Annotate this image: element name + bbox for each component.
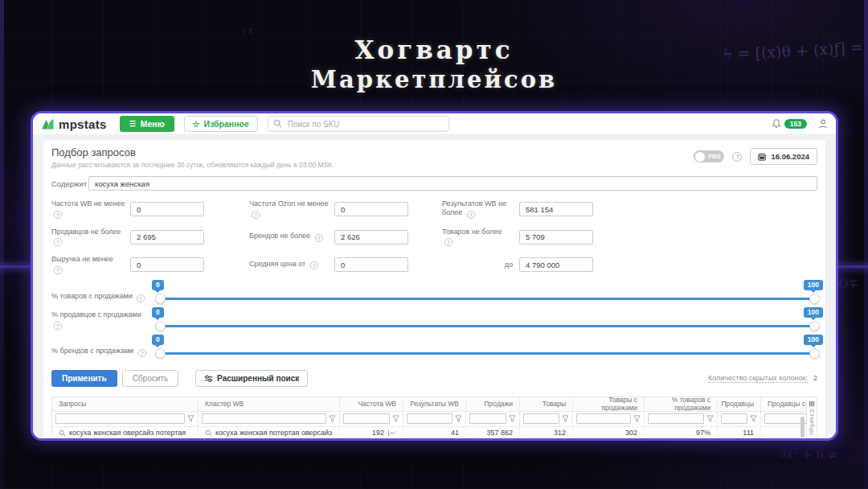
slider-handle-max[interactable] xyxy=(809,348,820,359)
date-picker[interactable]: 16.06.2024 xyxy=(750,148,817,165)
funnel-icon[interactable] xyxy=(455,415,462,422)
help-icon[interactable]: ? xyxy=(54,238,62,246)
table-data-row[interactable]: косуха женская оверсайз потертая косуха … xyxy=(52,426,817,439)
advanced-search-icon xyxy=(204,374,213,383)
filter-input-revenue-min[interactable] xyxy=(130,257,204,272)
query-cell[interactable]: косуха женская оверсайз потертая xyxy=(69,429,186,437)
column-filter-input[interactable] xyxy=(576,413,631,424)
column-header-cluster-wb[interactable]: Кластер WB xyxy=(199,397,340,411)
slider-track[interactable] xyxy=(158,352,817,355)
favorites-button[interactable]: ☆ Избранное xyxy=(184,116,258,132)
help-icon[interactable]: ? xyxy=(732,152,742,162)
column-header-pct-products-with-sales[interactable]: % товаров с продажами xyxy=(645,397,718,411)
slider-products-with-sales[interactable]: 0 100 xyxy=(158,280,817,307)
help-icon[interactable]: ? xyxy=(54,321,62,329)
page-subtitle: Данные рассчитываются за последние 30 су… xyxy=(51,161,333,169)
filter-label: Товаров не более ? xyxy=(442,228,519,248)
column-header-sellers[interactable]: Продавцы xyxy=(718,397,761,411)
slider-min-tooltip: 0 xyxy=(152,335,164,345)
funnel-icon[interactable] xyxy=(509,415,516,422)
favorites-button-label: Избранное xyxy=(204,119,249,129)
column-header-products[interactable]: Товары xyxy=(520,397,573,411)
filter-label: Частота WB не менее ? xyxy=(51,199,130,220)
contains-label: Содержит xyxy=(51,179,88,188)
filter-input-freq-wb[interactable] xyxy=(130,202,204,216)
filter-input-sellers-max[interactable] xyxy=(130,230,204,244)
help-icon[interactable]: ? xyxy=(137,294,145,302)
column-header-queries[interactable]: Запросы xyxy=(52,397,199,411)
filter-label: Продавцов не более ? xyxy=(51,228,130,248)
column-filter-input[interactable] xyxy=(648,413,704,424)
fbs-toggle-knob xyxy=(695,152,705,162)
star-icon: ☆ xyxy=(193,120,200,129)
fbs-toggle[interactable]: FBS xyxy=(694,150,724,162)
slider-sellers-with-sales[interactable]: 0 100 xyxy=(158,307,817,335)
fbs-toggle-label: FBS xyxy=(708,153,720,160)
help-icon[interactable]: ? xyxy=(252,210,260,218)
hidden-columns[interactable]: Количество скрытых колонок:2 xyxy=(708,374,817,382)
filter-label: Выручка не менее ? xyxy=(51,255,130,275)
funnel-icon[interactable] xyxy=(329,415,336,422)
funnel-icon[interactable] xyxy=(706,415,714,422)
sparkline-icon[interactable] xyxy=(387,429,396,437)
table-scrollbar[interactable] xyxy=(800,417,805,438)
filter-input-brands-max[interactable] xyxy=(334,230,408,244)
help-icon[interactable]: ? xyxy=(310,261,318,269)
help-icon[interactable]: ? xyxy=(444,238,452,246)
funnel-icon[interactable] xyxy=(750,415,757,422)
column-header-products-with-sales[interactable]: Товары с продажами xyxy=(573,397,645,411)
menu-button[interactable]: ☰ Меню xyxy=(120,116,174,132)
filter-input-price-to[interactable] xyxy=(519,257,593,272)
columns-settings-tab[interactable]: Столбцы xyxy=(806,397,817,440)
slider-handle-max[interactable] xyxy=(809,294,820,304)
search-query-icon[interactable] xyxy=(205,429,212,437)
column-filter-input[interactable] xyxy=(721,413,747,424)
column-filter-input[interactable] xyxy=(469,413,506,424)
column-header-sales[interactable]: Продажи xyxy=(466,397,520,411)
hogwarts-title-line1: Хогвартс xyxy=(0,35,868,64)
columns-icon xyxy=(809,401,815,407)
slider-handle-min[interactable] xyxy=(155,321,166,331)
slider-track[interactable] xyxy=(158,298,817,300)
help-icon[interactable]: ? xyxy=(315,233,323,241)
user-profile-icon[interactable] xyxy=(817,118,829,129)
column-filter-input[interactable] xyxy=(55,413,185,424)
mpstats-logo[interactable]: mpstats xyxy=(41,117,107,131)
hidden-columns-label[interactable]: Количество скрытых колонок: xyxy=(708,374,808,383)
column-header-results-wb[interactable]: Результаты WB xyxy=(403,397,466,411)
reset-button[interactable]: Сбросить xyxy=(122,370,178,387)
column-filter-input[interactable] xyxy=(407,413,452,424)
column-filter-input[interactable] xyxy=(343,413,390,424)
funnel-icon[interactable] xyxy=(633,415,641,422)
help-icon[interactable]: ? xyxy=(54,265,62,273)
column-filter-input[interactable] xyxy=(202,413,326,424)
column-filter-input[interactable] xyxy=(764,413,813,424)
sellers-cell: 111 xyxy=(718,426,761,439)
slider-handle-min[interactable] xyxy=(155,294,166,304)
sku-search-input[interactable] xyxy=(268,116,449,132)
cluster-cell[interactable]: косуха женская потертая оверсайз xyxy=(215,429,332,437)
slider-track[interactable] xyxy=(158,325,817,327)
filter-input-price-from[interactable] xyxy=(334,257,408,272)
help-icon[interactable]: ? xyxy=(54,210,62,218)
slider-handle-min[interactable] xyxy=(155,348,166,359)
filter-input-results-wb[interactable] xyxy=(519,202,593,216)
slider-max-tooltip: 100 xyxy=(804,307,823,318)
notifications-count-badge: 153 xyxy=(784,119,807,129)
funnel-icon[interactable] xyxy=(392,415,399,422)
help-icon[interactable]: ? xyxy=(467,210,475,218)
advanced-search-button[interactable]: Расширенный поиск xyxy=(195,370,308,387)
funnel-icon[interactable] xyxy=(562,415,569,422)
filter-input-products-max[interactable] xyxy=(519,230,593,244)
filter-input-freq-ozon[interactable] xyxy=(334,202,408,216)
notifications[interactable]: 153 xyxy=(771,118,807,129)
column-header-freq-wb[interactable]: Частота WB xyxy=(340,397,403,411)
search-query-icon[interactable] xyxy=(59,429,66,437)
help-icon[interactable]: ? xyxy=(138,348,146,356)
contains-input[interactable] xyxy=(88,176,817,191)
slider-brands-with-sales[interactable]: 0 100 xyxy=(158,335,817,362)
column-filter-input[interactable] xyxy=(523,413,559,424)
apply-button[interactable]: Применить xyxy=(51,370,117,387)
funnel-icon[interactable] xyxy=(187,415,194,422)
slider-handle-max[interactable] xyxy=(809,321,820,331)
